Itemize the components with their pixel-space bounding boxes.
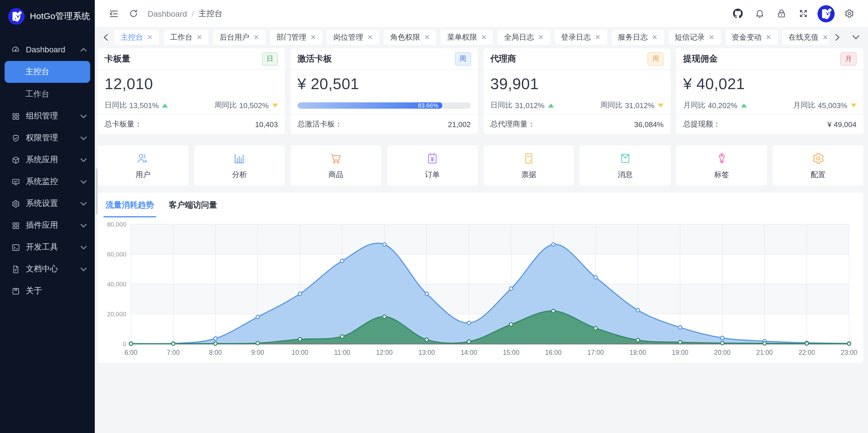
trend-down-icon [658,103,664,107]
compare-day: 日同比31,012% [490,100,554,110]
tab-online-recharge[interactable]: 在线充值✕ [782,30,829,45]
tab-admin-users[interactable]: 后台用户✕ [213,30,266,45]
tab-sms-records[interactable]: 短信记录✕ [669,30,721,45]
sidebar-item-devtools[interactable]: 开发工具 [0,236,95,258]
shortcut-orders[interactable]: 订单 [387,145,478,186]
bookmark-square-icon [11,286,20,295]
breadcrumb-root[interactable]: Dashboard [148,9,187,18]
period-badge-day[interactable]: 日 [262,52,278,65]
sidebar-item-docs[interactable]: 文档中心 [0,258,95,280]
svg-text:21:00: 21:00 [756,349,773,356]
footer-label: 总激活卡板： [298,119,342,129]
close-icon[interactable]: ✕ [652,34,657,40]
sidebar-item-dashboard[interactable]: Dashboard [0,38,95,60]
sidebar-item-permission[interactable]: 权限管理 [0,127,95,149]
sidebar-item-sys-settings[interactable]: 系统设置 [0,193,95,214]
tab-traffic-trend[interactable]: 流量消耗趋势 [106,200,154,218]
close-icon[interactable]: ✕ [367,34,373,40]
trend-down-icon [851,103,857,107]
sidebar-item-about[interactable]: 关于 [0,280,95,302]
svg-text:7:00: 7:00 [167,349,180,356]
svg-text:20,000: 20,000 [107,311,126,318]
chevron-down-icon [81,158,87,162]
chevron-down-icon [81,245,87,249]
lock-icon[interactable] [772,4,791,23]
content-scrollbar[interactable] [96,169,98,214]
notification-bell-icon[interactable] [750,4,769,23]
shortcut-messages[interactable]: 消息 [580,145,671,186]
svg-text:22:00: 22:00 [799,349,815,356]
order-calendar-icon [425,151,439,165]
refresh-icon[interactable] [124,4,143,23]
sidebar: HotGo管理系统 Dashboard 主控台 工作台 组织管理 权限管理 [0,0,95,433]
close-icon[interactable]: ✕ [253,34,259,40]
close-icon[interactable]: ✕ [709,34,714,40]
svg-text:11:00: 11:00 [334,349,350,356]
period-badge-month[interactable]: 月 [840,52,857,65]
breadcrumb-current[interactable]: 主控台 [198,8,223,19]
tabs-scroll-left-icon[interactable] [99,34,112,40]
tab-service-log[interactable]: 服务日志✕ [612,30,664,45]
sidebar-item-console[interactable]: 主控台 [5,61,90,83]
svg-text:23:00: 23:00 [841,349,857,356]
traffic-area-chart: 020,00040,00060,00080,0006:007:008:009:0… [104,218,859,361]
page-content: 卡板量 日 12,010 日同比13,501% 周同比10,502% 总卡板量：… [95,47,868,433]
close-icon[interactable]: ✕ [196,34,202,40]
period-badge-week[interactable]: 周 [455,52,471,65]
shortcut-analysis[interactable]: 分析 [194,145,285,186]
tab-menu-perms[interactable]: 菜单权限✕ [441,30,493,45]
svg-text:18:00: 18:00 [629,349,646,356]
tab-role-perms[interactable]: 角色权限✕ [384,30,436,45]
tabs-scroll-right-icon[interactable] [831,34,844,40]
settings-gear-icon[interactable] [839,4,859,23]
shortcut-tags[interactable]: 标签 [676,145,767,186]
close-icon[interactable]: ✕ [424,34,430,40]
fullscreen-icon[interactable] [793,4,813,23]
shortcut-users[interactable]: 用户 [98,145,188,186]
tab-workbench[interactable]: 工作台✕ [164,30,209,45]
app-logo-row[interactable]: HotGo管理系统 [0,0,95,27]
close-icon[interactable]: ✕ [823,34,828,40]
close-icon[interactable]: ✕ [481,34,487,40]
trend-up-icon [741,103,746,107]
compare-week: 周同比10,502% [215,100,278,110]
menu-fold-icon[interactable] [104,4,124,23]
sidebar-item-workbench[interactable]: 工作台 [0,83,95,105]
tag-icon [715,151,728,165]
sidebar-item-sys-monitor[interactable]: 系统监控 [0,171,95,193]
tab-departments[interactable]: 部门管理✕ [270,30,322,45]
card-title: 提现佣金 [683,54,718,64]
tab-login-log[interactable]: 登录日志✕ [555,30,607,45]
shortcut-receipts[interactable]: 票据 [484,145,574,186]
tab-client-visits[interactable]: 客户端访问量 [169,200,217,218]
sidebar-item-plugins[interactable]: 插件应用 [0,214,95,236]
tab-fund-changes[interactable]: 资金变动✕ [725,30,777,45]
close-icon[interactable]: ✕ [766,34,771,40]
topbar: Dashboard / 主控台 [95,0,868,27]
tabbar: 主控台✕ 工作台✕ 后台用户✕ 部门管理✕ 岗位管理✕ 角色权限✕ 菜单权限✕ … [95,27,868,47]
tab-global-log[interactable]: 全局日志✕ [498,30,550,45]
tabs-strip: 主控台✕ 工作台✕ 后台用户✕ 部门管理✕ 岗位管理✕ 角色权限✕ 菜单权限✕ … [114,30,829,45]
chart-tabs: 流量消耗趋势 客户端访问量 [104,193,857,218]
period-badge-week[interactable]: 周 [648,52,664,65]
close-icon[interactable]: ✕ [147,34,153,40]
svg-text:8:00: 8:00 [209,349,222,356]
breadcrumb: Dashboard / 主控台 [148,8,223,19]
close-icon[interactable]: ✕ [538,34,544,40]
user-avatar[interactable] [817,5,835,22]
progress-percent: 83.66% [418,103,442,109]
sidebar-item-sys-app[interactable]: 系统应用 [0,149,95,171]
github-icon[interactable] [728,4,747,23]
grid-icon [11,112,20,121]
close-icon[interactable]: ✕ [595,34,600,40]
shortcut-goods[interactable]: 商品 [291,145,381,186]
card-title: 激活卡板 [298,54,332,64]
tabs-dropdown-icon[interactable] [849,35,862,39]
close-icon[interactable]: ✕ [310,34,316,40]
sidebar-item-org[interactable]: 组织管理 [0,105,95,127]
tab-console[interactable]: 主控台✕ [114,30,159,45]
tab-posts[interactable]: 岗位管理✕ [327,30,379,45]
svg-text:10:00: 10:00 [291,349,308,356]
chevron-down-icon [81,267,87,271]
shortcut-config[interactable]: 配置 [773,145,863,186]
